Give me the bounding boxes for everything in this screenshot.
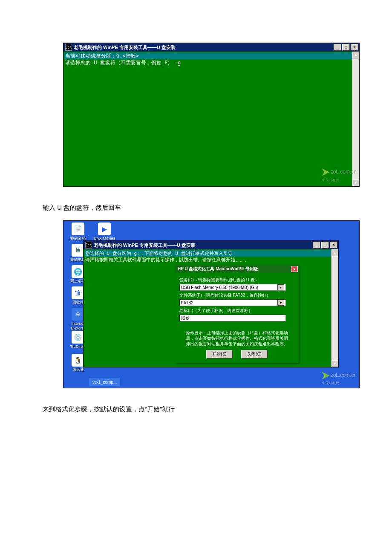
watermark-sub: 中关村在线: [322, 178, 339, 182]
scroll-down-icon[interactable]: ▼: [331, 360, 338, 367]
document-icon: 📄: [72, 223, 84, 235]
watermark-text: zoL.com.cn: [331, 169, 357, 175]
taskbar-item[interactable]: vc-1_comp...: [89, 378, 120, 386]
minimize-button[interactable]: _: [313, 242, 320, 249]
watermark-sub: 中关村在线: [322, 381, 339, 385]
chevron-down-icon[interactable]: ▼: [277, 284, 284, 290]
window-buttons-2: _ □ ×: [313, 242, 337, 249]
console-line-1: 当前可移动磁盘分区：G:<陆毅>: [64, 52, 358, 59]
close-button[interactable]: 关闭(C): [241, 350, 268, 358]
filesystem-value: FAT32: [181, 301, 193, 305]
minimize-button[interactable]: _: [334, 44, 341, 51]
watermark-1: zoL.com.cn 中关村在线: [322, 168, 357, 184]
recycle-icon: 🗑: [72, 286, 84, 299]
filesystem-label: 文件系统(F)（强烈建议选择 FAT32，兼容性好）: [179, 292, 294, 298]
console-body-1: 当前可移动磁盘分区：G:<陆毅> 请选择您的 U 盘盘符（不需要冒号，例如 F）…: [63, 52, 359, 186]
cmd-icon: C:\: [85, 242, 92, 249]
dialog-note: 操作提示：正确选择上面的设备（U 盘）和格式化选项 后，点击开始按钮执行格式化操…: [179, 330, 294, 347]
console-line-1: 您选择的 U 盘分区为 g:，下面将对您的 U 盘进行格式化并写入引导: [84, 250, 337, 257]
console-window-1: C:\ 老毛桃制作的 WinPE 专用安装工具——U 盘安装 _ □ × 当前可…: [63, 43, 360, 187]
dialog-title: HP U 盘格式化工具 MaotaoWinPE 专用版: [178, 266, 291, 272]
scroll-track[interactable]: [352, 58, 359, 179]
scrollbar-2[interactable]: ▲ ▼: [331, 249, 338, 367]
window-buttons-1: _ □ ×: [334, 44, 358, 51]
device-label: 设备(D)（请选择需要制作启动盘的 U 盘）: [179, 277, 294, 283]
desk-label: 腾讯通: [67, 367, 89, 372]
caption-1: 输入 U 盘的盘符，然后回车: [43, 204, 349, 212]
chevron-down-icon[interactable]: ▼: [277, 300, 284, 306]
start-button[interactable]: 开始(S): [206, 350, 233, 358]
maximize-button[interactable]: □: [321, 242, 329, 249]
dvd-icon: 💿: [72, 331, 84, 344]
device-combobox[interactable]: USB Flash Memory 6.50 (1906 MB) (G:\) ▼: [179, 284, 286, 291]
zol-logo-icon: [322, 372, 330, 379]
format-dialog: HP U 盘格式化工具 MaotaoWinPE 专用版 × 设备(D)（请选择需…: [175, 265, 299, 363]
desk-icon-divx[interactable]: ▶ DivX Movies: [93, 223, 115, 241]
dialog-close-button[interactable]: ×: [291, 266, 298, 272]
titlebar-2: C:\ 老毛桃制作的 WinPE 专用安装工具——U 盘安装 _ □ ×: [84, 241, 338, 249]
dialog-body: 设备(D)（请选择需要制作启动盘的 U 盘） USB Flash Memory …: [175, 273, 299, 363]
volume-label-value: 陆毅: [181, 315, 190, 321]
dialog-titlebar: HP U 盘格式化工具 MaotaoWinPE 专用版 ×: [175, 265, 299, 273]
qq-icon: 🐧: [72, 354, 84, 367]
desktop-screenshot: 📄 我的文档 ▶ DivX Movies 🖥 我的电脑 🌐 网上邻居 🗑 回收站…: [63, 220, 360, 388]
dialog-buttons: 开始(S) 关闭(C): [179, 350, 294, 358]
ie-icon: e: [72, 308, 84, 321]
desk-icon-mydocs[interactable]: 📄 我的文档: [67, 223, 89, 241]
scroll-up-icon[interactable]: ▲: [352, 52, 359, 58]
console-line-2: 请严格按照相关工具软件界面中的提示操作，以防出错。请按任意键开始。。。: [84, 257, 337, 263]
scroll-up-icon[interactable]: ▲: [331, 249, 338, 256]
scrollbar-1[interactable]: ▲ ▼: [352, 52, 359, 186]
window-title-2: 老毛桃制作的 WinPE 专用安装工具——U 盘安装: [94, 242, 313, 249]
volume-label-input[interactable]: 陆毅: [179, 315, 286, 321]
computer-icon: 🖥: [72, 244, 84, 257]
taskbar: vc-1_comp...: [89, 378, 120, 386]
device-value: USB Flash Memory 6.50 (1906 MB) (G:\): [181, 285, 258, 290]
close-button[interactable]: ×: [330, 242, 337, 249]
scroll-track[interactable]: [331, 256, 338, 360]
zol-logo-icon: [322, 168, 330, 176]
divx-icon: ▶: [98, 223, 111, 235]
volume-label-label: 卷标(L)（为了便于标识，请设置卷标）: [179, 308, 294, 314]
watermark-text: zoL.com.cn: [331, 372, 357, 378]
watermark-2: zoL.com.cn 中关村在线: [322, 372, 357, 385]
titlebar-1: C:\ 老毛桃制作的 WinPE 专用安装工具——U 盘安装 _ □ ×: [63, 43, 359, 52]
maximize-button[interactable]: □: [342, 44, 350, 51]
filesystem-combobox[interactable]: FAT32 ▼: [179, 299, 286, 306]
caption-2: 来到格式化步骤，按默认的设置，点“开始”就行: [43, 405, 349, 413]
console-line-2: 请选择您的 U 盘盘符（不需要冒号，例如 F）：g: [64, 59, 358, 66]
network-icon: 🌐: [72, 265, 84, 278]
close-button[interactable]: ×: [351, 44, 358, 51]
window-title-1: 老毛桃制作的 WinPE 专用安装工具——U 盘安装: [74, 44, 334, 51]
cmd-icon: C:\: [65, 44, 72, 51]
